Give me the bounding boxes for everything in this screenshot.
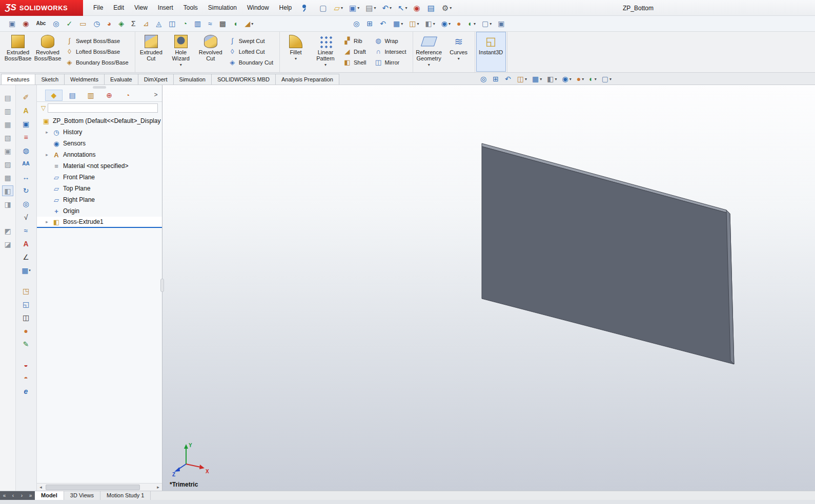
left-toolbar-icon[interactable]: ▤	[2, 92, 13, 103]
view-orientation-icon[interactable]: ▦ ▾	[530, 73, 544, 85]
hole-wizard-button[interactable]: Hole Wizard ▾	[166, 32, 196, 72]
display-style-icon[interactable]: ◧ ▾	[423, 17, 438, 30]
apply-scene-icon[interactable]: ◐ ▾	[465, 17, 478, 30]
wrap-button[interactable]: ◍ Wrap	[371, 35, 411, 46]
find-replace-icon[interactable]: ◎	[50, 17, 63, 30]
panel-width-splitter[interactable]	[160, 279, 164, 292]
tab-scroll-last-icon[interactable]: »	[26, 491, 35, 500]
save-icon[interactable]: ▣ ▾	[347, 2, 361, 14]
lofted-boss-base-button[interactable]: ◊ Lofted Boss/Base	[63, 46, 134, 57]
apply-scene-icon[interactable]: ◐ ▾	[587, 73, 598, 85]
run-status-icon[interactable]: ◉	[412, 2, 423, 14]
extruded-cut-button[interactable]: Extruded Cut	[136, 32, 166, 72]
tree-item[interactable]: ▸ A Annotations	[37, 149, 162, 160]
dropdown-caret-icon[interactable]: ▾	[449, 22, 451, 26]
dropdown-caret-icon[interactable]: ▾	[569, 77, 572, 81]
angle-dimension-icon[interactable]: ∠	[18, 251, 34, 263]
bottom-tab[interactable]: 3D Views	[64, 491, 100, 500]
dropdown-caret-icon[interactable]: ▾	[525, 77, 527, 81]
tree-item[interactable]: ≡ Material <not specified>	[37, 160, 162, 172]
swept-boss-base-button[interactable]: ∫ Swept Boss/Base	[63, 35, 134, 46]
tables-icon[interactable]: ▦ ▾	[18, 264, 34, 276]
move-entities-icon[interactable]: ↔	[18, 171, 34, 183]
previous-view-icon[interactable]: ↶	[503, 73, 514, 85]
tree-item[interactable]: ▱ Front Plane	[37, 172, 162, 183]
left-toolbar-icon[interactable]: ▧	[2, 132, 13, 143]
revolved-boss-base-button[interactable]: Revolved Boss/Base	[33, 32, 63, 72]
expand-arrow-icon[interactable]: ▸	[44, 152, 50, 157]
menu-item[interactable]: Insert	[153, 1, 178, 15]
section-view-icon[interactable]: ◫ ▾	[406, 17, 421, 30]
dropdown-caret-icon[interactable]: ▾	[401, 22, 403, 26]
scene-icon[interactable]: ◓	[18, 372, 34, 384]
3d-view-icon[interactable]: ◳	[18, 285, 34, 297]
datum-icon[interactable]: ▣	[18, 118, 34, 130]
display-style-icon[interactable]: ◧ ▾	[545, 73, 559, 85]
equation-icon[interactable]: √	[18, 211, 34, 223]
commandmanager-tab[interactable]: Analysis Preparation	[275, 74, 339, 85]
tree-item[interactable]: + Origin	[37, 205, 162, 217]
dropdown-caret-icon[interactable]: ▾	[251, 22, 253, 26]
commandmanager-tab[interactable]: DimXpert	[138, 74, 174, 85]
edit-appearance-icon[interactable]: ●	[454, 17, 464, 30]
instant3d-button[interactable]: ◱ Instant3D	[476, 32, 506, 72]
tree-item[interactable]: ▸ ◷ History	[37, 127, 162, 138]
zoom-to-area-icon[interactable]: ⊞	[491, 73, 502, 85]
bottom-tab[interactable]: Model	[35, 491, 64, 500]
undo-icon[interactable]: ↶ ▾	[380, 2, 394, 14]
screen-capture-icon[interactable]: ▣	[6, 17, 19, 30]
dropdown-caret-icon[interactable]: ▾	[595, 77, 597, 81]
commandmanager-tab[interactable]: Sketch	[35, 74, 65, 85]
spell-check-icon[interactable]: Abc	[33, 17, 49, 30]
dimxpertmanager-tab[interactable]: ⊕	[100, 90, 118, 101]
menu-item[interactable]: Tools	[178, 1, 203, 15]
pin-icon[interactable]	[299, 3, 308, 12]
format-painter-icon[interactable]: A	[18, 238, 34, 249]
graphics-viewport[interactable]: Y X Z *Trimetric	[162, 85, 815, 491]
left-toolbar-icon[interactable]: ◩	[2, 225, 13, 236]
view-settings-icon[interactable]: ▢ ▾	[479, 17, 494, 30]
left-toolbar-icon[interactable]: ◪	[2, 239, 13, 249]
tab-scroll-prev-icon[interactable]: ‹	[9, 491, 17, 500]
section-view-icon[interactable]: ◫ ▾	[515, 73, 529, 85]
left-toolbar-icon[interactable]: ▦	[2, 119, 13, 130]
tab-scroll-next-icon[interactable]: ›	[17, 491, 26, 500]
lofted-cut-button[interactable]: ◊ Lofted Cut	[226, 46, 278, 57]
decal-icon[interactable]: ◒	[18, 359, 34, 370]
print-icon[interactable]: ▤ ▾	[363, 2, 378, 14]
dropdown-caret-icon[interactable]: ▾	[324, 62, 327, 67]
hide-show-items-icon[interactable]: ◉ ▾	[439, 17, 453, 30]
auto-balloon-icon[interactable]: AA	[18, 158, 34, 170]
revolved-cut-button[interactable]: Revolved Cut	[196, 32, 226, 72]
scrollbar-track[interactable]	[45, 484, 154, 491]
hide-show-items-icon[interactable]: ◉ ▾	[560, 73, 573, 85]
dropdown-caret-icon[interactable]: ▾	[450, 6, 452, 10]
bottom-tab[interactable]: Motion Study 1	[100, 491, 151, 500]
menu-item[interactable]: View	[129, 1, 153, 15]
tree-item[interactable]: ◉ Sensors	[37, 138, 162, 149]
scroll-right-arrow-icon[interactable]: ▸	[154, 484, 162, 491]
menu-item[interactable]: Edit	[108, 1, 129, 15]
geometry-analysis-icon[interactable]: ◈	[116, 17, 128, 30]
options-icon[interactable]: ⚙ ▾	[440, 2, 454, 14]
dimension-icon[interactable]: ✐	[18, 91, 34, 103]
commandmanager-tab[interactable]: SOLIDWORKS MBD	[211, 74, 276, 85]
feature-filter-input[interactable]	[48, 103, 158, 113]
dropdown-caret-icon[interactable]: ▾	[490, 22, 492, 26]
featuremanager-tab[interactable]: ◆	[45, 90, 63, 101]
commandmanager-tab[interactable]: Features	[1, 74, 35, 85]
magnifying-glass-icon[interactable]: ◎	[18, 198, 34, 209]
draft-analysis-icon[interactable]: ◢ ▾	[242, 17, 256, 30]
commandmanager-tab[interactable]: Weldments	[64, 74, 105, 85]
configurationmanager-tab[interactable]: ▥	[82, 90, 99, 101]
rib-button[interactable]: ▞ Rib	[340, 35, 371, 46]
reference-geometry-button[interactable]: Reference Geometry ▾	[414, 32, 444, 72]
menu-item[interactable]: Window	[242, 1, 274, 15]
left-toolbar-icon[interactable]: ▩	[2, 172, 13, 183]
rotate-entities-icon[interactable]: ↻	[18, 184, 34, 196]
scrollbar-thumb[interactable]	[46, 485, 140, 490]
menu-item[interactable]: Simulation	[203, 1, 242, 15]
design-checker-icon[interactable]: ✓	[64, 17, 76, 30]
new-document-icon[interactable]: ▢	[317, 2, 330, 14]
sensor-icon[interactable]: ◔	[180, 17, 190, 30]
